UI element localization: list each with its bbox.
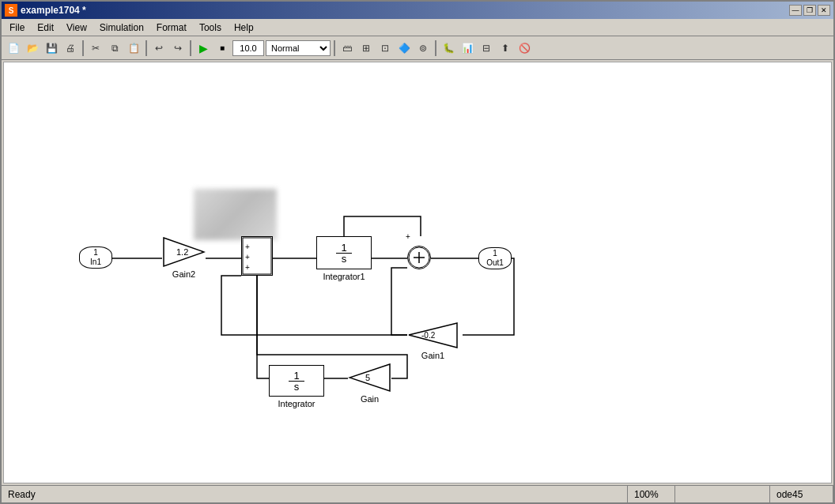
menu-edit[interactable]: Edit	[32, 21, 59, 35]
stop-button[interactable]: ■	[213, 39, 231, 57]
sum1-shape: + + +	[242, 237, 272, 275]
svg-text:+: +	[245, 263, 250, 272]
sum2-shape	[408, 246, 430, 269]
sum1-block[interactable]: + + +	[241, 236, 273, 276]
integrator-block[interactable]: 1 s Integrator	[269, 365, 324, 397]
new-button[interactable]: 📄	[5, 39, 22, 57]
out1-label: 1Out1	[486, 249, 504, 268]
play-button[interactable]: ▶	[195, 39, 212, 57]
run2-button[interactable]: ⊚	[414, 39, 432, 57]
blurred-element	[194, 189, 277, 240]
gain1-block[interactable]: -0.2 Gain1	[407, 322, 459, 349]
restore-button[interactable]: ❐	[803, 5, 816, 16]
gain1-shape: -0.2	[407, 322, 459, 349]
window-title: example1704 *	[21, 5, 86, 16]
separator-1	[82, 40, 84, 56]
menu-help[interactable]: Help	[229, 21, 259, 35]
debug-button[interactable]: 🐛	[440, 39, 457, 57]
paste-button[interactable]: 📋	[125, 39, 142, 57]
zoom-level: 100%	[628, 486, 675, 502]
close-button[interactable]: ✕	[818, 5, 830, 16]
in1-block[interactable]: 1In1	[79, 246, 112, 269]
up-button[interactable]: ⬆	[497, 39, 514, 57]
menu-format[interactable]: Format	[152, 21, 191, 35]
canvas-area[interactable]: 1In1 1.2 Gain2 + + + 1 s Integra	[3, 62, 832, 483]
menu-view[interactable]: View	[62, 21, 92, 35]
blocks-button[interactable]: ⊡	[376, 39, 394, 57]
status-bar: Ready 100% ode45	[2, 485, 833, 502]
in1-label: 1In1	[90, 248, 101, 267]
gain-label: Gain	[361, 394, 379, 404]
minimize-button[interactable]: —	[789, 5, 802, 16]
menu-bar: File Edit View Simulation Format Tools H…	[2, 19, 833, 36]
integrator-value: 1	[289, 370, 304, 382]
sum2-label: +	[406, 232, 410, 241]
menu-file[interactable]: File	[5, 21, 29, 35]
print-button[interactable]: 🖨	[62, 39, 79, 57]
sim-mode-select[interactable]: Normal Accelerator	[266, 40, 331, 56]
scope-button[interactable]: 📊	[459, 39, 476, 57]
out1-block[interactable]: 1Out1	[478, 247, 512, 269]
title-bar-left: S example1704 *	[5, 4, 86, 17]
integrator-label: Integrator	[278, 399, 315, 408]
main-window: S example1704 * — ❐ ✕ File Edit View Sim…	[0, 0, 835, 504]
menu-simulation[interactable]: Simulation	[95, 21, 149, 35]
integrator1-denom: s	[342, 254, 347, 264]
integrator-denom: s	[294, 382, 300, 392]
menu-tools[interactable]: Tools	[195, 21, 226, 35]
svg-text:1.2: 1.2	[176, 247, 188, 257]
gain1-label: Gain1	[421, 351, 444, 360]
sim-time-input[interactable]	[232, 40, 264, 56]
solver-label: ode45	[770, 486, 833, 502]
separator-3	[190, 40, 191, 56]
gain2-block[interactable]: 1.2 Gain2	[162, 236, 206, 268]
gain-shape: 5	[348, 363, 391, 393]
separator-2	[145, 40, 147, 56]
svg-text:+: +	[245, 253, 250, 261]
undo-button[interactable]: ↩	[150, 39, 168, 57]
title-bar: S example1704 * — ❐ ✕	[2, 2, 833, 19]
copy-button[interactable]: ⧉	[106, 39, 123, 57]
redo-button[interactable]: ↪	[169, 39, 187, 57]
toolbar: 📄 📂 💾 🖨 ✂ ⧉ 📋 ↩ ↪ ▶ ■ Normal Accelerator…	[2, 36, 833, 60]
gain2-label: Gain2	[172, 269, 195, 279]
model-button[interactable]: 🔷	[395, 39, 413, 57]
svg-text:-0.2: -0.2	[421, 331, 436, 340]
status-text: Ready	[2, 486, 628, 502]
separator-5	[435, 40, 436, 56]
window-controls: — ❐ ✕	[789, 5, 830, 16]
blank-segment	[675, 486, 770, 502]
connection-lines	[4, 62, 831, 483]
gain-block[interactable]: 5 Gain	[348, 363, 391, 393]
rtw-button[interactable]: ⊟	[478, 39, 495, 57]
svg-text:+: +	[245, 243, 250, 251]
separator-4	[334, 40, 335, 56]
library-button[interactable]: 🗃	[338, 39, 356, 57]
app-icon: S	[5, 4, 17, 17]
sum2-block[interactable]	[407, 246, 431, 269]
params-button[interactable]: ⊞	[357, 39, 375, 57]
gain2-shape: 1.2	[162, 236, 206, 268]
cut-button[interactable]: ✂	[87, 39, 104, 57]
integrator1-value: 1	[336, 243, 352, 254]
integrator1-block[interactable]: 1 s Integrator1	[316, 236, 372, 269]
save-button[interactable]: 💾	[43, 39, 60, 57]
noisy-button[interactable]: 🚫	[516, 39, 533, 57]
integrator1-label: Integrator1	[323, 272, 365, 281]
svg-text:5: 5	[365, 373, 370, 382]
open-button[interactable]: 📂	[24, 39, 41, 57]
